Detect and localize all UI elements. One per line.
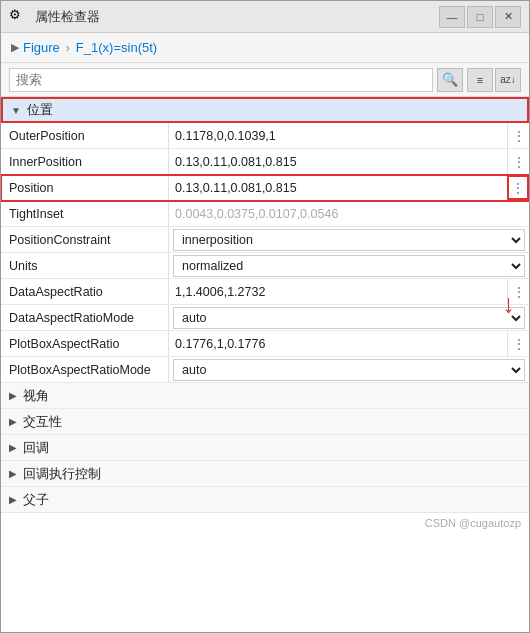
search-icon: 🔍	[442, 72, 458, 87]
table-row: OuterPosition 0.1178,0,0.1039,1 ⋮	[1, 123, 529, 149]
breadcrumb-figure[interactable]: Figure	[23, 40, 60, 55]
dataaspect-text: 1,1.4006,1.2732	[175, 285, 265, 299]
maximize-button[interactable]: □	[467, 6, 493, 28]
prop-value-tightinset: 0.0043,0.0375,0.0107,0.0546	[169, 201, 529, 226]
prop-value-position[interactable]: 0.13,0.11,0.081,0.815	[169, 175, 507, 200]
prop-name-dataaspect: DataAspectRatio	[1, 279, 169, 304]
table-row: InnerPosition 0.13,0.11,0.081,0.815 ⋮	[1, 149, 529, 175]
position-action-button[interactable]: ⋮	[507, 175, 529, 200]
subsection-callback-exec[interactable]: ▶ 回调执行控制	[1, 461, 529, 487]
subsection-parent-child[interactable]: ▶ 父子	[1, 487, 529, 513]
app-icon: ⚙	[9, 7, 29, 27]
search-input[interactable]	[9, 68, 433, 92]
subsection-view[interactable]: ▶ 视角	[1, 383, 529, 409]
subsection-callback-arrow: ▶	[9, 442, 17, 453]
breadcrumb-bar: ▶ Figure › F_1(x)=sin(5t)	[1, 33, 529, 63]
outerposition-text: 0.1178,0,0.1039,1	[175, 129, 276, 143]
outerposition-action-button[interactable]: ⋮	[507, 123, 529, 148]
prop-name-units: Units	[1, 253, 169, 278]
main-window: ⚙ 属性检查器 — □ ✕ ▶ Figure › F_1(x)=sin(5t) …	[0, 0, 530, 633]
search-bar: 🔍 ≡ az↓	[1, 63, 529, 97]
prop-name-tightinset: TightInset	[1, 201, 169, 226]
tightinset-text: 0.0043,0.0375,0.0107,0.0546	[175, 207, 338, 221]
minimize-button[interactable]: —	[439, 6, 465, 28]
position-text: 0.13,0.11,0.081,0.815	[175, 181, 297, 195]
red-arrow-annotation: ↑	[502, 292, 515, 323]
sort-icon: az↓	[500, 74, 516, 85]
plotboxaspectmode-select[interactable]: auto manual	[173, 359, 525, 381]
table-row: PlotBoxAspectRatio 0.1776,1,0.1776 ⋮	[1, 331, 529, 357]
prop-value-outerposition[interactable]: 0.1178,0,0.1039,1	[169, 123, 507, 148]
main-content[interactable]: ▼ 位置 OuterPosition 0.1178,0,0.1039,1 ⋮ I…	[1, 97, 529, 632]
subsection-callback-exec-label: 回调执行控制	[23, 465, 101, 483]
subsection-interactive-arrow: ▶	[9, 416, 17, 427]
prop-value-positionconstraint[interactable]: innerposition outerposition	[169, 227, 529, 252]
plotboxaspect-text: 0.1776,1,0.1776	[175, 337, 265, 351]
search-button[interactable]: 🔍	[437, 68, 463, 92]
prop-name-outerposition: OuterPosition	[1, 123, 169, 148]
table-row: DataAspectRatioMode auto manual	[1, 305, 529, 331]
subsection-interactive-label: 交互性	[23, 413, 62, 431]
section-toggle-icon: ▼	[11, 105, 21, 116]
toolbar-buttons: ≡ az↓	[467, 68, 521, 92]
prop-value-dataaspect[interactable]: 1,1.4006,1.2732	[169, 279, 507, 304]
sort-button[interactable]: az↓	[495, 68, 521, 92]
close-button[interactable]: ✕	[495, 6, 521, 28]
breadcrumb-expand-icon: ▶	[11, 41, 19, 54]
plotboxaspect-action-button[interactable]: ⋮	[507, 331, 529, 356]
prop-name-dataaspectmode: DataAspectRatioMode	[1, 305, 169, 330]
table-row: TightInset 0.0043,0.0375,0.0107,0.0546	[1, 201, 529, 227]
positionconstraint-select[interactable]: innerposition outerposition	[173, 229, 525, 251]
watermark: CSDN @cugautozp	[1, 513, 529, 533]
subsection-view-label: 视角	[23, 387, 49, 405]
breadcrumb-separator: ›	[66, 41, 70, 55]
subsection-callback-exec-arrow: ▶	[9, 468, 17, 479]
prop-value-plotboxaspect[interactable]: 0.1776,1,0.1776	[169, 331, 507, 356]
prop-value-innerposition[interactable]: 0.13,0.11,0.081,0.815	[169, 149, 507, 174]
section-position-header[interactable]: ▼ 位置	[1, 97, 529, 123]
list-view-button[interactable]: ≡	[467, 68, 493, 92]
subsection-parent-child-label: 父子	[23, 491, 49, 509]
innerposition-text: 0.13,0.11,0.081,0.815	[175, 155, 297, 169]
table-row: PlotBoxAspectRatioMode auto manual	[1, 357, 529, 383]
prop-name-positionconstraint: PositionConstraint	[1, 227, 169, 252]
title-controls: — □ ✕	[439, 6, 521, 28]
units-select[interactable]: normalized inches centimeters points pix…	[173, 255, 525, 277]
prop-value-dataaspectmode[interactable]: auto manual	[169, 305, 529, 330]
section-position-label: 位置	[27, 101, 53, 119]
table-row: Position 0.13,0.11,0.081,0.815 ⋮	[1, 175, 529, 201]
prop-name-plotboxaspectmode: PlotBoxAspectRatioMode	[1, 357, 169, 382]
subsection-parent-child-arrow: ▶	[9, 494, 17, 505]
breadcrumb-function[interactable]: F_1(x)=sin(5t)	[76, 40, 157, 55]
prop-value-plotboxaspectmode[interactable]: auto manual	[169, 357, 529, 382]
subsection-view-arrow: ▶	[9, 390, 17, 401]
table-row: Units normalized inches centimeters poin…	[1, 253, 529, 279]
window-title: 属性检查器	[35, 8, 100, 26]
subsection-callback-label: 回调	[23, 439, 49, 457]
table-row: DataAspectRatio 1,1.4006,1.2732 ⋮	[1, 279, 529, 305]
subsection-interactive[interactable]: ▶ 交互性	[1, 409, 529, 435]
subsection-callback[interactable]: ▶ 回调	[1, 435, 529, 461]
prop-value-units[interactable]: normalized inches centimeters points pix…	[169, 253, 529, 278]
prop-name-plotboxaspect: PlotBoxAspectRatio	[1, 331, 169, 356]
list-icon: ≡	[477, 74, 483, 86]
prop-name-innerposition: InnerPosition	[1, 149, 169, 174]
dataaspectmode-select[interactable]: auto manual	[173, 307, 525, 329]
title-bar-left: ⚙ 属性检查器	[9, 7, 100, 27]
prop-name-position: Position	[1, 175, 169, 200]
title-bar: ⚙ 属性检查器 — □ ✕	[1, 1, 529, 33]
innerposition-action-button[interactable]: ⋮	[507, 149, 529, 174]
table-row: PositionConstraint innerposition outerpo…	[1, 227, 529, 253]
